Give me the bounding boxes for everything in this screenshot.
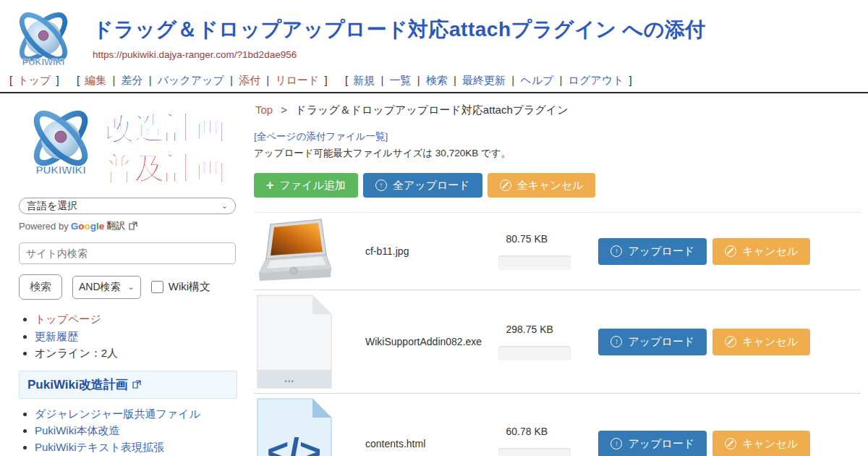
- upload-label: アップロード: [628, 335, 694, 349]
- search-button[interactable]: 検索: [19, 274, 62, 300]
- nav-link-help[interactable]: ヘルプ: [520, 74, 553, 86]
- file-actions: ↑ アップロード キャンセル: [598, 329, 810, 355]
- upload-button[interactable]: ↑ アップロード: [598, 329, 707, 355]
- translate-link[interactable]: 翻訳: [106, 219, 125, 232]
- svg-text:</>: </>: [267, 431, 321, 456]
- file-meta: 80.75 KB: [498, 233, 584, 270]
- sidebar-link-history[interactable]: 更新履歴: [35, 330, 78, 342]
- cancel-slash-icon: [725, 336, 736, 347]
- nav-link-logout[interactable]: ログアウト: [569, 74, 624, 86]
- file-size: 80.75 KB: [498, 233, 584, 245]
- upload-button[interactable]: ↑ アップロード: [598, 431, 707, 456]
- list-item: 更新履歴: [35, 329, 239, 345]
- search-input[interactable]: [19, 242, 236, 264]
- breadcrumb-current: ドラッグ＆ドロップアップロード対応attachプラグイン: [295, 104, 568, 116]
- cancel-button[interactable]: キャンセル: [712, 329, 810, 355]
- nav-link-recent[interactable]: 最終更新: [462, 74, 506, 86]
- page-url-link[interactable]: https://pukiwiki.dajya-ranger.com/?1bd2d…: [93, 49, 297, 60]
- sidebar-link-toppage[interactable]: トップページ: [35, 313, 101, 325]
- sidebar-section-title: PukiWiki改造計画: [27, 376, 128, 393]
- bracket: ]: [56, 74, 59, 86]
- list-item: PukiWiki本体改造: [35, 423, 247, 438]
- upload-toolbar: + ファイル追加 ↑ 全アップロード 全キャンセル: [254, 173, 861, 198]
- breadcrumb-top-link[interactable]: Top: [255, 104, 273, 116]
- header-text-block: ドラッグ＆ドロップアップロード対応attachプラグイン への添付 https:…: [80, 6, 706, 61]
- file-actions: ↑ アップロード キャンセル: [598, 431, 810, 456]
- external-link-icon: [132, 380, 141, 389]
- svg-text:PUKIWIKI: PUKIWIKI: [35, 164, 85, 176]
- bracket: [: [345, 74, 348, 86]
- google-translate-credit: Powered by Google 翻訳: [19, 219, 239, 232]
- menu-item-common-files[interactable]: ダジャレンジャー版共通ファイル: [35, 408, 200, 420]
- breadcrumb: Top > ドラッグ＆ドロップアップロード対応attachプラグイン: [254, 101, 861, 117]
- chevron-down-icon: ⌄: [128, 282, 135, 292]
- cancel-button[interactable]: キャンセル: [712, 238, 810, 265]
- cancel-all-button[interactable]: 全キャンセル: [488, 173, 596, 198]
- list-item: PukiWikiテキスト表現拡張: [35, 439, 247, 455]
- file-thumbnail-cell: </>: [254, 398, 335, 456]
- search-mode-select[interactable]: AND検索 ⌄: [72, 276, 141, 299]
- cancel-slash-icon: [725, 438, 736, 449]
- nav-link-backup[interactable]: バックアップ: [158, 74, 224, 86]
- nav-link-search[interactable]: 検索: [426, 74, 448, 86]
- external-link-icon: [129, 221, 137, 230]
- separator: |: [149, 74, 152, 86]
- html-file-icon: </>: [257, 398, 332, 456]
- nav-link-reload[interactable]: リロード: [275, 74, 319, 86]
- svg-text:改造計画: 改造計画: [104, 111, 226, 145]
- upload-button[interactable]: ↑ アップロード: [598, 238, 707, 265]
- cancel-all-label: 全キャンセル: [517, 179, 584, 193]
- nav-link-edit[interactable]: 編集: [85, 74, 106, 86]
- upload-label: アップロード: [628, 245, 694, 258]
- add-files-button[interactable]: + ファイル追加: [254, 173, 358, 198]
- nav-link-list[interactable]: 一覧: [390, 74, 412, 86]
- file-row: </> contents.html 60.78 KB ↑ アップロード キャンセ…: [254, 394, 861, 456]
- wiki-syntax-option: Wiki構文: [151, 280, 210, 294]
- all-attachments-link[interactable]: [全ページの添付ファイル一覧]: [254, 130, 388, 143]
- cancel-button[interactable]: キャンセル: [712, 431, 810, 456]
- nav-link-diff[interactable]: 差分: [122, 74, 143, 86]
- language-select[interactable]: 言語を選択 ⌄: [19, 198, 236, 214]
- wiki-syntax-checkbox[interactable]: [151, 281, 163, 293]
- nav-link-new[interactable]: 新規: [353, 74, 375, 86]
- cancel-slash-icon: [725, 245, 736, 257]
- pukiwiki-logo-icon[interactable]: PUKIWIKI: [7, 6, 80, 71]
- bracket: [: [77, 74, 80, 86]
- menu-item-core-mod[interactable]: PukiWiki本体改造: [35, 424, 120, 436]
- nav-link-attach[interactable]: 添付: [239, 74, 260, 86]
- separator: |: [380, 74, 383, 86]
- sidebar-section-title-link[interactable]: PukiWiki改造計画: [27, 376, 141, 393]
- progress-bar: [498, 448, 571, 456]
- cancel-label: キャンセル: [742, 245, 798, 258]
- file-size: 60.78 KB: [498, 426, 584, 437]
- progress-bar: [498, 256, 571, 270]
- plus-icon: +: [266, 179, 274, 192]
- separator: |: [454, 74, 456, 86]
- add-files-label: ファイル追加: [280, 179, 346, 193]
- file-thumbnail-cell: ...: [254, 295, 335, 389]
- powered-by-text: Powered by: [19, 221, 69, 232]
- sidebar-section-box: PukiWiki改造計画: [19, 371, 237, 399]
- upload-arrow-icon: ↑: [375, 180, 387, 191]
- file-thumbnail-cell: [254, 217, 335, 285]
- separator: |: [230, 74, 233, 86]
- separator: |: [560, 74, 563, 86]
- upload-arrow-icon: ↑: [610, 336, 622, 347]
- upload-file-list: cf-b11.jpg 80.75 KB ↑ アップロード キャンセル: [254, 212, 861, 456]
- file-name: contents.html: [335, 438, 498, 449]
- sidebar-banner-image[interactable]: PUKIWIKI 改造計画 普及計画: [19, 104, 237, 189]
- bracket: ]: [325, 74, 328, 86]
- file-meta: 60.78 KB: [498, 426, 584, 456]
- file-actions: ↑ アップロード キャンセル: [598, 238, 810, 265]
- upload-all-button[interactable]: ↑ 全アップロード: [363, 173, 482, 198]
- main-content: Top > ドラッグ＆ドロップアップロード対応attachプラグイン [全ページ…: [250, 93, 868, 456]
- nav-group-site: [ 新規 | 一覧 | 検索 | 最終更新 | ヘルプ | ログアウト ]: [343, 74, 634, 86]
- nav-link-top[interactable]: トップ: [17, 74, 51, 86]
- separator: |: [511, 74, 514, 86]
- online-count: オンライン：2人: [35, 347, 118, 359]
- language-select-value: 言語を選択: [27, 200, 77, 213]
- menu-item-text-ext[interactable]: PukiWikiテキスト表現拡張: [35, 441, 164, 453]
- upload-all-label: 全アップロード: [393, 179, 470, 193]
- separator: |: [112, 74, 115, 86]
- progress-bar: [498, 346, 571, 360]
